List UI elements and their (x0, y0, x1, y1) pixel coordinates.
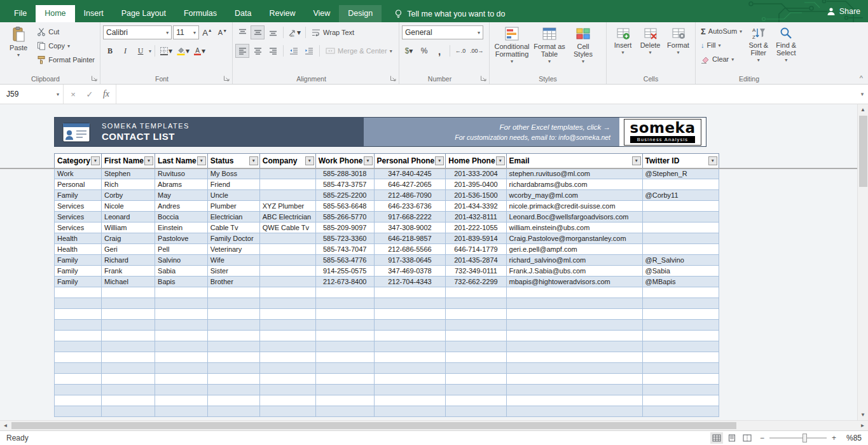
cell[interactable]: @Stephen_R (642, 168, 719, 179)
cell[interactable] (102, 341, 155, 352)
cell[interactable] (102, 374, 155, 385)
clear-button[interactable]: Clear ▾ (698, 52, 745, 66)
cell[interactable] (155, 298, 208, 309)
cell[interactable]: william.einstein@ubs.com (506, 222, 642, 233)
cell[interactable] (102, 352, 155, 363)
cell[interactable]: @Corby11 (642, 190, 719, 201)
cell[interactable]: 914-255-0575 (315, 266, 374, 277)
cell[interactable]: Health (55, 233, 102, 244)
cell[interactable] (506, 363, 642, 374)
cell[interactable]: Friend (207, 179, 259, 190)
cell[interactable] (207, 352, 259, 363)
fill-color-button[interactable]: ▾ (175, 44, 191, 58)
filter-button[interactable]: ▼ (496, 156, 505, 165)
scroll-left-icon[interactable]: ◄ (0, 421, 11, 430)
tell-me-box[interactable]: Tell me what you want to do (394, 5, 505, 22)
cell[interactable] (102, 331, 155, 341)
cell[interactable] (642, 287, 719, 298)
align-right-button[interactable] (266, 44, 280, 58)
cell[interactable]: 347-308-9002 (374, 222, 446, 233)
filter-button[interactable]: ▼ (249, 156, 258, 165)
align-left-button[interactable] (235, 44, 249, 58)
cell[interactable]: 585-225-2200 (315, 190, 374, 201)
cell[interactable]: 201-435-2874 (446, 255, 506, 266)
cell[interactable]: Corby (102, 190, 155, 201)
cell[interactable] (207, 320, 259, 331)
cell[interactable]: richardabrams@ubs.com (506, 179, 642, 190)
cell[interactable] (506, 406, 642, 417)
top-align-button[interactable] (235, 25, 249, 39)
horizontal-scrollbar[interactable]: ◄ ► (0, 420, 868, 430)
wrap-text-button[interactable]: Wrap Text (309, 25, 357, 39)
cell[interactable] (259, 255, 315, 266)
cell[interactable]: 201-395-0400 (446, 179, 506, 190)
cell[interactable]: Family (55, 255, 102, 266)
cell[interactable] (446, 385, 506, 395)
cell[interactable]: Plumber (207, 201, 259, 212)
center-button[interactable] (251, 44, 265, 58)
cell[interactable] (207, 363, 259, 374)
cell[interactable] (642, 244, 719, 255)
cell[interactable] (102, 320, 155, 331)
format-cells-button[interactable]: Format ▾ (664, 24, 692, 55)
cell[interactable]: 646-233-6736 (374, 201, 446, 212)
bold-button[interactable]: B (103, 44, 117, 58)
cell[interactable] (642, 352, 719, 363)
filter-button[interactable]: ▼ (197, 156, 206, 165)
cell[interactable] (155, 385, 208, 395)
font-name-select[interactable]: Calibri ▾ (103, 25, 172, 39)
cell[interactable]: Geri (102, 244, 155, 255)
cell[interactable] (642, 385, 719, 395)
borders-button[interactable]: ▾ (158, 44, 174, 58)
cell[interactable]: Family (55, 277, 102, 287)
cell[interactable]: Craig.Pastolove@morganstanley.com (506, 233, 642, 244)
cell[interactable] (207, 385, 259, 395)
cell[interactable]: @Sabia (642, 266, 719, 277)
cell[interactable]: 646-427-2065 (374, 179, 446, 190)
orientation-button[interactable]: ab ▾ (287, 25, 302, 39)
zoom-in-icon[interactable]: + (832, 434, 836, 442)
cell[interactable] (259, 277, 315, 287)
cell[interactable] (207, 287, 259, 298)
cell[interactable] (446, 363, 506, 374)
cell[interactable] (506, 374, 642, 385)
comma-style-button[interactable]: , (432, 44, 446, 58)
cell[interactable]: QWE Cable Tv (259, 222, 315, 233)
cell[interactable] (642, 320, 719, 331)
cell[interactable]: Sabia (155, 266, 208, 277)
cell[interactable]: 585-723-3360 (315, 233, 374, 244)
cell[interactable] (55, 406, 102, 417)
decrease-indent-button[interactable] (287, 44, 301, 58)
cell[interactable] (374, 298, 446, 309)
cell[interactable] (259, 352, 315, 363)
cell[interactable] (315, 374, 374, 385)
cell[interactable] (207, 309, 259, 320)
cell[interactable] (259, 385, 315, 395)
cell[interactable] (374, 352, 446, 363)
cell[interactable]: 646-218-9857 (374, 233, 446, 244)
decrease-decimal-button[interactable]: .00→ (469, 44, 485, 58)
cell[interactable]: 201-432-8111 (446, 212, 506, 222)
cell[interactable] (55, 331, 102, 341)
cell[interactable] (506, 309, 642, 320)
number-format-select[interactable]: General ▾ (402, 25, 483, 39)
cell[interactable]: 917-668-2222 (374, 212, 446, 222)
formula-input[interactable] (116, 85, 857, 104)
cell[interactable] (207, 341, 259, 352)
alignment-dialog-launcher[interactable] (390, 75, 397, 82)
cell[interactable]: stephen.ruvituso@ml.com (506, 168, 642, 179)
tab-review[interactable]: Review (260, 5, 304, 22)
cell[interactable] (55, 320, 102, 331)
collapse-ribbon-button[interactable]: ^ (860, 75, 863, 81)
cell[interactable]: Andres (155, 201, 208, 212)
vertical-scrollbar-thumb[interactable] (859, 116, 867, 187)
cell[interactable] (102, 385, 155, 395)
insert-function-icon[interactable]: fx (98, 89, 114, 99)
cell[interactable]: Pell (155, 244, 208, 255)
merge-center-button[interactable]: Merge & Center ▾ (323, 44, 395, 58)
cell[interactable] (155, 352, 208, 363)
cell[interactable] (374, 320, 446, 331)
cell[interactable] (374, 385, 446, 395)
cell[interactable]: 212-673-8400 (315, 277, 374, 287)
cell[interactable]: Richard (102, 255, 155, 266)
